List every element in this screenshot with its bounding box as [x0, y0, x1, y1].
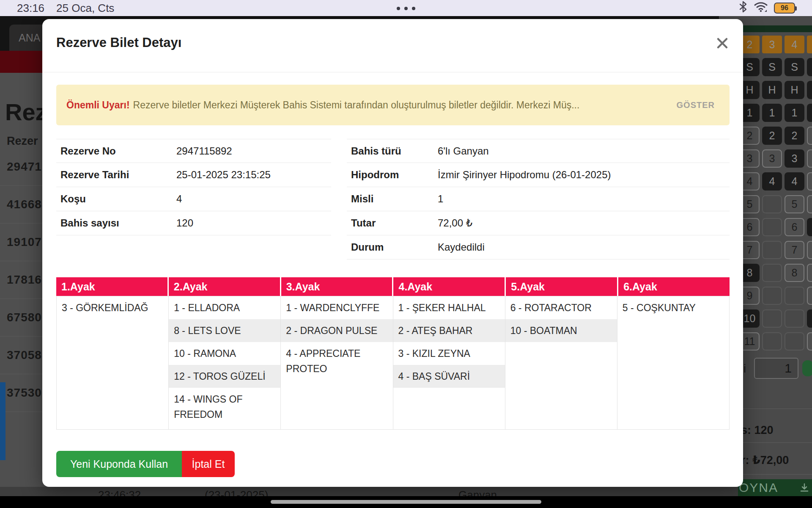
- coupon-cell[interactable]: [807, 104, 812, 122]
- coupon-cell[interactable]: H: [762, 81, 782, 99]
- coupon-cell[interactable]: [807, 149, 812, 168]
- coupon-header-cell: [807, 36, 812, 53]
- modal-title: Rezerve Bilet Detayı: [56, 35, 181, 50]
- coupon-cell[interactable]: [807, 241, 812, 259]
- coupon-cell[interactable]: S: [785, 58, 804, 76]
- warning-banner: Önemli Uyarı!Rezerve biletler Merkezi Mü…: [56, 85, 730, 125]
- cancel-button[interactable]: İptal Et: [182, 451, 235, 477]
- modal-actions: Yeni Kuponda Kullan İptal Et: [56, 451, 235, 477]
- coupon-cell[interactable]: 3: [762, 149, 782, 168]
- home-indicator[interactable]: [271, 500, 541, 504]
- coupon-cell[interactable]: 4: [762, 172, 782, 190]
- coupon-cell[interactable]: [762, 218, 782, 236]
- detail-row: DurumKaydedildi: [347, 235, 730, 260]
- coupon-cell[interactable]: [807, 127, 812, 145]
- horse-item: 4 - APPRECIATE PROTEO: [281, 342, 392, 380]
- coupon-cell[interactable]: [807, 218, 812, 236]
- coupon-cell[interactable]: [762, 264, 782, 282]
- coupon-cell[interactable]: [762, 195, 782, 213]
- detail-row: Bahis sayısı120: [56, 211, 331, 235]
- coupon-cell[interactable]: 8: [785, 264, 804, 282]
- coupon-cell[interactable]: [807, 287, 812, 305]
- leg-column: 1 - WARDENCLYFFE2 - DRAGON PULSE4 - APPR…: [280, 296, 392, 429]
- coupon-cell[interactable]: [807, 81, 812, 99]
- legs-body: 3 - GÖRKEMLİDAĞ1 - ELLADORA8 - LETS LOVE…: [56, 296, 730, 430]
- coupon-cell[interactable]: [785, 287, 804, 305]
- detail-value: 1: [438, 193, 443, 205]
- coupon-cell[interactable]: 4: [785, 172, 804, 190]
- coupon-cell[interactable]: 3: [785, 149, 804, 168]
- coupon-cell[interactable]: [785, 309, 804, 328]
- screen: ANA Rez Rezer 29471416681910717816675803…: [0, 0, 812, 508]
- horse-item: 10 - RAMONA: [169, 342, 280, 365]
- detail-row: Hipodromİzmir Şirinyer Hipodromu (26-01-…: [347, 163, 730, 187]
- detail-row: Koşu4: [56, 187, 331, 211]
- play-button-label: OYNA: [739, 480, 778, 495]
- horse-item: 1 - WARDENCLYFFE: [281, 296, 392, 319]
- coupon-cell[interactable]: 7: [785, 241, 804, 259]
- horse-item: 1 - ŞEKER HALHAL: [393, 296, 505, 319]
- coupon-cell[interactable]: [807, 195, 812, 213]
- coupon-cell[interactable]: 2: [785, 127, 804, 145]
- use-in-new-coupon-button[interactable]: Yeni Kuponda Kullan: [56, 451, 182, 477]
- coupon-cell[interactable]: [762, 332, 782, 351]
- background-bottom-row: 23:46:32 (23-01-2025) Ganyan: [0, 487, 738, 496]
- coupon-cell[interactable]: [807, 309, 812, 328]
- coupon-cell[interactable]: [785, 332, 804, 351]
- detail-value: Kaydedildi: [438, 241, 485, 253]
- divider: [738, 474, 812, 475]
- coupon-cell[interactable]: [807, 58, 812, 76]
- detail-row: Rezerve Tarihi25-01-2025 23:15:25: [56, 163, 331, 187]
- detail-label: Hipodrom: [347, 169, 438, 181]
- coupon-cell[interactable]: 1: [785, 104, 804, 122]
- divider: [738, 442, 812, 443]
- coupon-cell[interactable]: [807, 332, 812, 351]
- coupon-header-cell: 3: [762, 36, 782, 53]
- coupon-cell[interactable]: [762, 287, 782, 305]
- legs-header-row: 1.Ayak2.Ayak3.Ayak4.Ayak5.Ayak6.Ayak: [56, 277, 730, 296]
- detail-label: Bahis türü: [347, 145, 438, 157]
- system-nav-bar: [0, 496, 812, 508]
- coupon-cell[interactable]: S: [762, 58, 782, 76]
- leg-column: 1 - ŞEKER HALHAL2 - ATEŞ BAHAR3 - KIZIL …: [393, 296, 505, 429]
- detail-row: Tutar72,00 ₺: [347, 211, 730, 235]
- horse-item: 4 - BAŞ SÜVARİ: [393, 365, 505, 388]
- coupon-cell[interactable]: 2: [762, 127, 782, 145]
- detail-row: Misli1: [347, 187, 730, 211]
- coupon-cell[interactable]: 5: [785, 195, 804, 213]
- coupon-cell[interactable]: 1: [762, 104, 782, 122]
- horse-item: 2 - DRAGON PULSE: [281, 319, 392, 342]
- status-time: 23:16: [17, 2, 44, 15]
- coupon-cell[interactable]: [807, 264, 812, 282]
- detail-label: Koşu: [56, 193, 176, 205]
- background-tab-ana[interactable]: ANA: [9, 25, 47, 51]
- details-table-right: Bahis türü6'lı GanyanHipodromİzmir Şirin…: [347, 139, 730, 260]
- horse-item: 3 - KIZIL ZEYNA: [393, 342, 505, 365]
- detail-value: 25-01-2025 23:15:25: [176, 169, 271, 181]
- background-misli-input[interactable]: 1: [754, 358, 798, 379]
- background-row-date: (23-01-2025): [205, 489, 268, 496]
- coupon-cell[interactable]: [762, 241, 782, 259]
- detail-label: Rezerve No: [56, 145, 176, 157]
- coupon-cell[interactable]: H: [785, 81, 804, 99]
- background-bet-count: s: 120: [741, 424, 774, 437]
- detail-value: 72,00 ₺: [438, 217, 472, 229]
- detail-value: 6'lı Ganyan: [438, 145, 489, 157]
- coupon-cell[interactable]: [807, 172, 812, 190]
- status-bar: 23:16 25 Oca, Cts 96: [0, 0, 812, 16]
- bluetooth-icon: [738, 1, 748, 16]
- horse-item: 1 - ELLADORA: [169, 296, 280, 319]
- details-table-left: Rezerve No2947115892Rezerve Tarihi25-01-…: [56, 139, 331, 235]
- battery-icon: 96: [774, 3, 795, 14]
- detail-label: Misli: [347, 193, 438, 205]
- coupon-cell[interactable]: 6: [785, 218, 804, 236]
- background-amount: r: ₺72,00: [741, 453, 789, 467]
- close-icon[interactable]: [713, 34, 731, 52]
- status-date: 25 Oca, Cts: [56, 2, 114, 15]
- show-button[interactable]: GÖSTER: [677, 100, 715, 110]
- download-icon: [799, 483, 809, 494]
- coupon-cell[interactable]: [762, 309, 782, 328]
- leg-header: 3.Ayak: [280, 277, 392, 296]
- background-toggle[interactable]: [802, 360, 812, 376]
- divider: [42, 72, 743, 72]
